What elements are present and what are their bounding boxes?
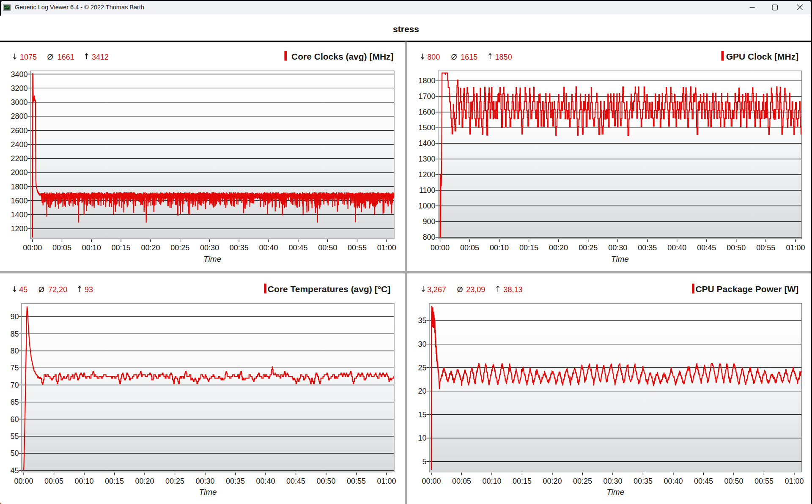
svg-text:00:00: 00:00 [23,244,42,252]
svg-text:00:50: 00:50 [317,477,336,485]
svg-text:2200: 2200 [11,154,27,163]
svg-text:00:10: 00:10 [82,244,101,252]
svg-text:00:50: 00:50 [727,244,746,252]
svg-text:90: 90 [10,312,19,321]
svg-text:00:35: 00:35 [634,477,653,485]
svg-text:00:30: 00:30 [200,244,219,252]
svg-text:800: 800 [427,53,440,61]
svg-text:00:25: 00:25 [579,244,598,252]
svg-text:55: 55 [10,432,19,441]
svg-text:Ø: Ø [38,285,44,294]
svg-text:00:35: 00:35 [230,244,249,252]
svg-text:00:20: 00:20 [543,477,562,485]
svg-text:00:50: 00:50 [318,244,337,252]
svg-text:2400: 2400 [11,140,27,149]
svg-text:3000: 3000 [11,98,27,107]
svg-text:70: 70 [10,381,19,389]
svg-text:00:20: 00:20 [135,477,154,485]
svg-text:2600: 2600 [11,126,27,135]
svg-text:00:25: 00:25 [573,477,592,485]
svg-text:Core Temperatures (avg) [°C]: Core Temperatures (avg) [°C] [268,284,390,294]
svg-text:1300: 1300 [418,155,435,163]
svg-text:38,13: 38,13 [504,285,523,294]
svg-text:00:15: 00:15 [105,477,124,485]
svg-text:00:05: 00:05 [52,244,71,252]
svg-text:00:15: 00:15 [112,244,131,252]
svg-text:1600: 1600 [11,197,27,205]
svg-text:93: 93 [85,285,93,294]
svg-text:00:00: 00:00 [422,477,441,485]
svg-text:900: 900 [422,217,435,226]
svg-text:20: 20 [418,387,426,395]
svg-text:01:00: 01:00 [377,477,396,485]
svg-text:00:45: 00:45 [288,244,307,252]
svg-text:Time: Time [199,488,217,496]
svg-text:00:10: 00:10 [490,244,509,252]
svg-text:3412: 3412 [92,53,109,61]
svg-text:3400: 3400 [11,70,27,79]
svg-text:00:10: 00:10 [75,477,94,485]
svg-text:Ø: Ø [451,53,457,61]
svg-text:00:10: 00:10 [482,477,501,485]
svg-text:GPU Clock [MHz]: GPU Clock [MHz] [726,52,799,61]
svg-text:00:50: 00:50 [724,477,743,485]
svg-text:1100: 1100 [419,186,436,194]
svg-text:00:55: 00:55 [754,477,774,485]
svg-text:00:00: 00:00 [14,477,33,485]
svg-text:00:20: 00:20 [549,244,568,252]
svg-text:00:45: 00:45 [694,477,713,485]
svg-text:3200: 3200 [11,84,27,93]
svg-text:Ø: Ø [47,53,53,61]
svg-text:00:20: 00:20 [141,244,160,252]
svg-text:00:25: 00:25 [170,244,189,252]
svg-text:85: 85 [10,330,19,338]
svg-text:Time: Time [203,255,221,263]
svg-text:1400: 1400 [11,211,27,219]
svg-text:1800: 1800 [11,183,27,191]
svg-text:1200: 1200 [11,225,27,233]
svg-text:00:45: 00:45 [697,244,716,252]
svg-text:80: 80 [10,347,19,355]
svg-text:00:15: 00:15 [513,477,532,485]
svg-text:5: 5 [422,457,426,466]
svg-text:800: 800 [422,233,435,241]
svg-text:00:55: 00:55 [756,244,775,252]
svg-text:23,09: 23,09 [466,285,485,294]
svg-text:10: 10 [418,434,426,442]
svg-text:75: 75 [10,364,19,372]
svg-text:00:15: 00:15 [519,244,538,252]
svg-text:01:00: 01:00 [377,244,396,252]
svg-text:00:00: 00:00 [431,244,450,252]
svg-text:1600: 1600 [418,108,435,116]
svg-text:25: 25 [418,364,426,372]
svg-text:60: 60 [10,415,19,424]
svg-text:1500: 1500 [418,123,435,132]
svg-text:00:40: 00:40 [256,477,275,485]
svg-text:01:00: 01:00 [786,244,805,252]
svg-text:1200: 1200 [418,170,435,179]
svg-text:00:55: 00:55 [348,244,367,252]
svg-text:00:45: 00:45 [286,477,305,485]
svg-text:00:40: 00:40 [259,244,278,252]
svg-text:1800: 1800 [418,77,435,85]
svg-text:00:30: 00:30 [603,477,622,485]
svg-text:CPU Package Power [W]: CPU Package Power [W] [695,284,798,294]
svg-text:00:40: 00:40 [667,244,686,252]
svg-text:50: 50 [10,449,19,457]
svg-text:30: 30 [418,340,426,348]
svg-text:1615: 1615 [461,53,477,61]
svg-text:45: 45 [10,466,19,475]
svg-text:35: 35 [418,316,426,325]
svg-text:15: 15 [418,411,426,419]
svg-text:00:30: 00:30 [196,477,215,485]
svg-text:1700: 1700 [418,92,435,101]
svg-text:Core Clocks (avg) [MHz]: Core Clocks (avg) [MHz] [291,52,394,61]
svg-text:1000: 1000 [418,202,435,210]
svg-text:00:05: 00:05 [44,477,63,485]
svg-text:Time: Time [611,255,629,263]
svg-text:01:00: 01:00 [785,477,804,485]
svg-text:45: 45 [19,285,27,294]
svg-text:3,267: 3,267 [427,285,446,294]
svg-text:00:25: 00:25 [165,477,184,485]
svg-text:00:40: 00:40 [664,477,683,485]
